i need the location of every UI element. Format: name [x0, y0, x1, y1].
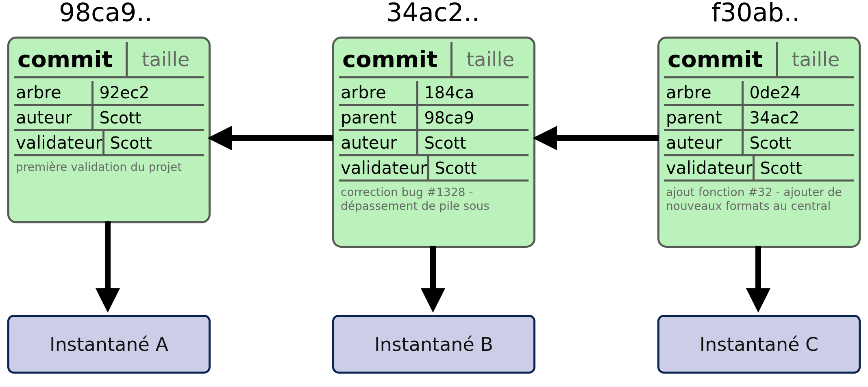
author-row: auteur Scott	[339, 131, 529, 156]
svg-marker-7	[421, 288, 445, 313]
tree-value-0: 92ec2	[91, 81, 204, 106]
author-value-2: Scott	[742, 131, 854, 156]
committer-value-2: Scott	[753, 156, 854, 182]
snapshot-label-2: Instantané C	[700, 333, 819, 355]
svg-marker-3	[533, 126, 557, 150]
commit-box-2: commit taille arbre 0de24 parent 34ac2 a…	[657, 37, 861, 248]
tree-value-2: 0de24	[742, 81, 854, 106]
snapshot-arrow-2	[742, 246, 774, 315]
tree-key: arbre	[14, 81, 91, 106]
commit-message-0: première validation du projet	[14, 160, 204, 189]
parent-key: parent	[339, 106, 416, 131]
parent-row: parent 98ca9	[339, 106, 529, 131]
committer-key: validateur	[14, 131, 102, 156]
snapshot-box-2: Instantané C	[657, 315, 861, 374]
tree-row: arbre 184ca	[339, 81, 529, 106]
commit-message-2: ajout fonction #32 - ajouter de nouveaux…	[664, 186, 854, 214]
snapshot-label-0: Instantané A	[50, 333, 168, 355]
parent-value-1: 98ca9	[416, 106, 529, 131]
author-row: auteur Scott	[664, 131, 854, 156]
tree-row: arbre 0de24	[664, 81, 854, 106]
svg-marker-1	[207, 126, 232, 150]
size-label: taille	[450, 42, 529, 78]
commit-box-1: commit taille arbre 184ca parent 98ca9 a…	[332, 37, 535, 248]
author-value-1: Scott	[416, 131, 529, 156]
author-key: auteur	[664, 131, 742, 156]
committer-value-0: Scott	[102, 131, 204, 156]
snapshot-box-0: Instantané A	[7, 315, 211, 374]
commit-box-0: commit taille arbre 92ec2 auteur Scott v…	[7, 37, 211, 223]
svg-marker-5	[96, 288, 120, 313]
committer-row: validateur Scott	[14, 131, 204, 156]
author-row: auteur Scott	[14, 106, 204, 131]
svg-marker-9	[746, 288, 770, 313]
author-key: auteur	[14, 106, 91, 131]
committer-key: validateur	[339, 156, 427, 182]
commit-hash-2: f30ab..	[711, 0, 800, 25]
author-key: auteur	[339, 131, 416, 156]
snapshot-label-1: Instantané B	[374, 333, 493, 355]
parent-arrow-1-to-0	[207, 122, 337, 154]
parent-key: parent	[664, 106, 742, 131]
tree-key: arbre	[339, 81, 416, 106]
committer-value-1: Scott	[427, 156, 529, 182]
tree-key: arbre	[664, 81, 742, 106]
parent-value-2: 34ac2	[742, 106, 854, 131]
size-label: taille	[776, 42, 854, 78]
parent-row: parent 34ac2	[664, 106, 854, 131]
committer-row: validateur Scott	[339, 156, 529, 182]
commit-message-1: correction bug #1328 - dépassement de pi…	[339, 186, 529, 214]
commit-hash-1: 34ac2..	[386, 0, 480, 25]
snapshot-box-1: Instantané B	[332, 315, 535, 374]
parent-arrow-2-to-1	[533, 122, 663, 154]
commit-label: commit	[664, 42, 776, 78]
author-value-0: Scott	[91, 106, 204, 131]
committer-row: validateur Scott	[664, 156, 854, 182]
commit-label: commit	[14, 42, 126, 78]
tree-value-1: 184ca	[416, 81, 529, 106]
diagram-canvas: 98ca9.. commit taille arbre 92ec2 auteur…	[0, 0, 868, 387]
commit-hash-0: 98ca9..	[59, 0, 152, 25]
snapshot-arrow-0	[91, 221, 124, 315]
committer-key: validateur	[664, 156, 753, 182]
size-label: taille	[126, 42, 204, 78]
tree-row: arbre 92ec2	[14, 81, 204, 106]
snapshot-arrow-1	[417, 246, 449, 315]
commit-label: commit	[339, 42, 450, 78]
